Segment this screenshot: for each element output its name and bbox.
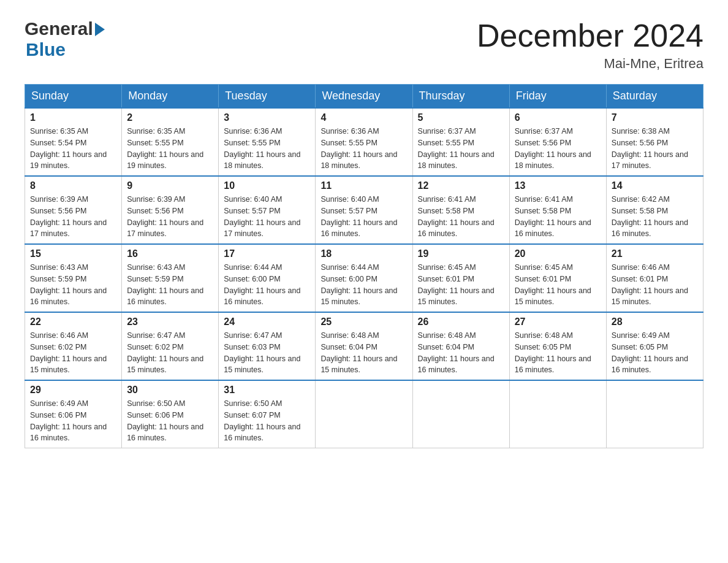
- table-row: 18 Sunrise: 6:44 AMSunset: 6:00 PMDaylig…: [316, 244, 412, 312]
- day-info: Sunrise: 6:48 AMSunset: 6:05 PMDaylight:…: [515, 330, 601, 376]
- day-info: Sunrise: 6:36 AMSunset: 5:55 PMDaylight:…: [224, 126, 310, 172]
- day-number: 16: [127, 248, 213, 259]
- day-number: 21: [612, 248, 698, 259]
- day-number: 25: [320, 316, 407, 327]
- day-number: 19: [418, 248, 504, 259]
- table-row: 14 Sunrise: 6:42 AMSunset: 5:58 PMDaylig…: [606, 176, 703, 244]
- day-number: 18: [320, 248, 407, 259]
- calendar-header-row: Sunday Monday Tuesday Wednesday Thursday…: [25, 85, 703, 109]
- calendar-week-3: 15 Sunrise: 6:43 AMSunset: 5:59 PMDaylig…: [25, 244, 703, 312]
- day-number: 29: [30, 385, 116, 396]
- day-info: Sunrise: 6:44 AMSunset: 6:00 PMDaylight:…: [224, 262, 310, 308]
- col-friday: Friday: [509, 85, 606, 109]
- subtitle: Mai-Mne, Eritrea: [477, 56, 703, 72]
- table-row: 12 Sunrise: 6:41 AMSunset: 5:58 PMDaylig…: [412, 176, 509, 244]
- calendar-week-5: 29 Sunrise: 6:49 AMSunset: 6:06 PMDaylig…: [25, 380, 703, 448]
- day-info: Sunrise: 6:48 AMSunset: 6:04 PMDaylight:…: [418, 330, 504, 376]
- day-number: 4: [320, 112, 407, 123]
- day-number: 13: [515, 180, 601, 191]
- day-number: 27: [515, 316, 601, 327]
- day-info: Sunrise: 6:45 AMSunset: 6:01 PMDaylight:…: [515, 262, 601, 308]
- table-row: [606, 380, 703, 448]
- table-row: 16 Sunrise: 6:43 AMSunset: 5:59 PMDaylig…: [122, 244, 219, 312]
- day-number: 11: [320, 180, 407, 191]
- day-number: 10: [224, 180, 310, 191]
- day-info: Sunrise: 6:35 AMSunset: 5:55 PMDaylight:…: [127, 126, 213, 172]
- day-number: 28: [612, 316, 698, 327]
- day-number: 2: [127, 112, 213, 123]
- day-number: 31: [224, 385, 310, 396]
- day-info: Sunrise: 6:39 AMSunset: 5:56 PMDaylight:…: [30, 194, 116, 240]
- col-sunday: Sunday: [25, 85, 122, 109]
- day-number: 5: [418, 112, 504, 123]
- table-row: 3 Sunrise: 6:36 AMSunset: 5:55 PMDayligh…: [219, 108, 316, 176]
- day-info: Sunrise: 6:46 AMSunset: 6:01 PMDaylight:…: [612, 262, 698, 308]
- col-saturday: Saturday: [606, 85, 703, 109]
- table-row: 6 Sunrise: 6:37 AMSunset: 5:56 PMDayligh…: [509, 108, 606, 176]
- day-info: Sunrise: 6:41 AMSunset: 5:58 PMDaylight:…: [418, 194, 504, 240]
- table-row: 9 Sunrise: 6:39 AMSunset: 5:56 PMDayligh…: [122, 176, 219, 244]
- page-header: General Blue December 2024 Mai-Mne, Erit…: [25, 18, 703, 72]
- table-row: 2 Sunrise: 6:35 AMSunset: 5:55 PMDayligh…: [122, 108, 219, 176]
- day-number: 15: [30, 248, 116, 259]
- main-title: December 2024: [477, 18, 703, 53]
- day-info: Sunrise: 6:49 AMSunset: 6:05 PMDaylight:…: [612, 330, 698, 376]
- day-number: 23: [127, 316, 213, 327]
- day-info: Sunrise: 6:41 AMSunset: 5:58 PMDaylight:…: [515, 194, 601, 240]
- table-row: [316, 380, 412, 448]
- calendar-table: Sunday Monday Tuesday Wednesday Thursday…: [25, 84, 703, 448]
- table-row: 5 Sunrise: 6:37 AMSunset: 5:55 PMDayligh…: [412, 108, 509, 176]
- day-number: 6: [515, 112, 601, 123]
- logo-chevron-icon: [95, 23, 105, 36]
- logo-blue-text: Blue: [26, 39, 66, 59]
- day-info: Sunrise: 6:43 AMSunset: 5:59 PMDaylight:…: [30, 262, 116, 308]
- day-number: 8: [30, 180, 116, 191]
- logo: General Blue: [25, 18, 105, 60]
- day-info: Sunrise: 6:46 AMSunset: 6:02 PMDaylight:…: [30, 330, 116, 376]
- day-number: 1: [30, 112, 116, 123]
- day-info: Sunrise: 6:49 AMSunset: 6:06 PMDaylight:…: [30, 398, 116, 444]
- table-row: 25 Sunrise: 6:48 AMSunset: 6:04 PMDaylig…: [316, 312, 412, 380]
- table-row: 13 Sunrise: 6:41 AMSunset: 5:58 PMDaylig…: [509, 176, 606, 244]
- day-number: 7: [612, 112, 698, 123]
- day-info: Sunrise: 6:35 AMSunset: 5:54 PMDaylight:…: [30, 126, 116, 172]
- col-tuesday: Tuesday: [219, 85, 316, 109]
- calendar-week-1: 1 Sunrise: 6:35 AMSunset: 5:54 PMDayligh…: [25, 108, 703, 176]
- table-row: 28 Sunrise: 6:49 AMSunset: 6:05 PMDaylig…: [606, 312, 703, 380]
- day-number: 20: [515, 248, 601, 259]
- day-info: Sunrise: 6:48 AMSunset: 6:04 PMDaylight:…: [320, 330, 407, 376]
- day-info: Sunrise: 6:45 AMSunset: 6:01 PMDaylight:…: [418, 262, 504, 308]
- day-info: Sunrise: 6:43 AMSunset: 5:59 PMDaylight:…: [127, 262, 213, 308]
- day-number: 3: [224, 112, 310, 123]
- table-row: 4 Sunrise: 6:36 AMSunset: 5:55 PMDayligh…: [316, 108, 412, 176]
- day-info: Sunrise: 6:50 AMSunset: 6:06 PMDaylight:…: [127, 398, 213, 444]
- day-info: Sunrise: 6:38 AMSunset: 5:56 PMDaylight:…: [612, 126, 698, 172]
- table-row: 21 Sunrise: 6:46 AMSunset: 6:01 PMDaylig…: [606, 244, 703, 312]
- table-row: 15 Sunrise: 6:43 AMSunset: 5:59 PMDaylig…: [25, 244, 122, 312]
- day-number: 17: [224, 248, 310, 259]
- table-row: 26 Sunrise: 6:48 AMSunset: 6:04 PMDaylig…: [412, 312, 509, 380]
- day-number: 22: [30, 316, 116, 327]
- calendar-week-2: 8 Sunrise: 6:39 AMSunset: 5:56 PMDayligh…: [25, 176, 703, 244]
- calendar-week-4: 22 Sunrise: 6:46 AMSunset: 6:02 PMDaylig…: [25, 312, 703, 380]
- day-info: Sunrise: 6:39 AMSunset: 5:56 PMDaylight:…: [127, 194, 213, 240]
- table-row: 20 Sunrise: 6:45 AMSunset: 6:01 PMDaylig…: [509, 244, 606, 312]
- table-row: 8 Sunrise: 6:39 AMSunset: 5:56 PMDayligh…: [25, 176, 122, 244]
- table-row: [509, 380, 606, 448]
- day-number: 12: [418, 180, 504, 191]
- day-info: Sunrise: 6:36 AMSunset: 5:55 PMDaylight:…: [320, 126, 407, 172]
- day-info: Sunrise: 6:50 AMSunset: 6:07 PMDaylight:…: [224, 398, 310, 444]
- day-info: Sunrise: 6:40 AMSunset: 5:57 PMDaylight:…: [224, 194, 310, 240]
- table-row: 22 Sunrise: 6:46 AMSunset: 6:02 PMDaylig…: [25, 312, 122, 380]
- day-number: 26: [418, 316, 504, 327]
- day-info: Sunrise: 6:40 AMSunset: 5:57 PMDaylight:…: [320, 194, 407, 240]
- day-info: Sunrise: 6:47 AMSunset: 6:02 PMDaylight:…: [127, 330, 213, 376]
- table-row: 1 Sunrise: 6:35 AMSunset: 5:54 PMDayligh…: [25, 108, 122, 176]
- day-info: Sunrise: 6:42 AMSunset: 5:58 PMDaylight:…: [612, 194, 698, 240]
- table-row: 30 Sunrise: 6:50 AMSunset: 6:06 PMDaylig…: [122, 380, 219, 448]
- day-info: Sunrise: 6:44 AMSunset: 6:00 PMDaylight:…: [320, 262, 407, 308]
- table-row: 10 Sunrise: 6:40 AMSunset: 5:57 PMDaylig…: [219, 176, 316, 244]
- table-row: 19 Sunrise: 6:45 AMSunset: 6:01 PMDaylig…: [412, 244, 509, 312]
- table-row: [412, 380, 509, 448]
- col-wednesday: Wednesday: [316, 85, 412, 109]
